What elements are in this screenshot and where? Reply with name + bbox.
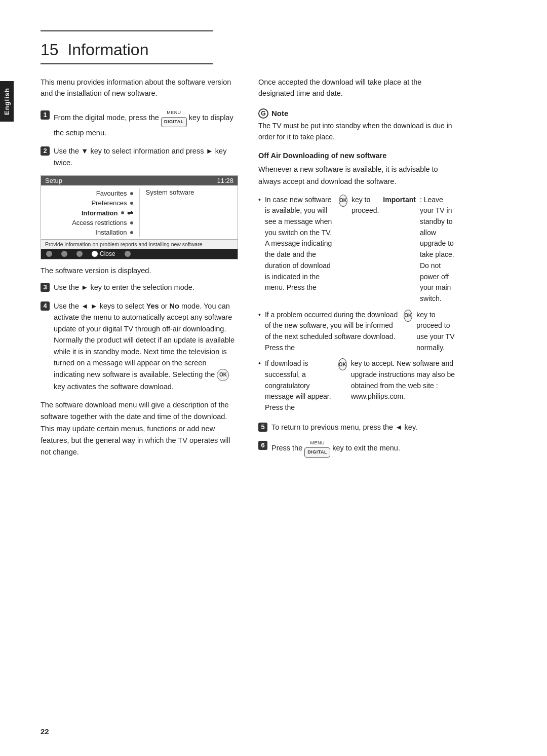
step-2-text: Use the ▼ key to select information and … — [54, 145, 238, 168]
dot-installation — [130, 231, 133, 234]
bullet-list: In case new software is available, you w… — [258, 195, 456, 413]
digital-menu-btn-6: MENU DIGITAL — [304, 440, 330, 458]
bullet-item-1: In case new software is available, you w… — [258, 195, 456, 305]
btn-circle-5 — [125, 251, 131, 257]
step-6-number: 6 — [258, 441, 267, 450]
setup-item-preferences: Preferences — [47, 198, 133, 208]
left-column: This menu provides information about the… — [41, 77, 238, 465]
ok-btn-step4: OK — [217, 369, 229, 381]
page-number: 22 — [41, 727, 49, 736]
setup-menu-right: System software — [140, 188, 238, 237]
setup-item-favourites: Favourites — [47, 188, 133, 198]
dot-information — [121, 211, 124, 214]
setup-menu-left: Favourites Preferences Information ⇌ — [41, 188, 140, 237]
setup-item-installation: Installation — [47, 228, 133, 237]
setup-menu-footer: Provide information on problem reports a… — [41, 239, 238, 249]
step-5-text: To return to previous menu, press the ◄ … — [271, 422, 456, 433]
setup-title: Setup — [45, 177, 62, 184]
setup-item-information: Information ⇌ — [47, 208, 133, 218]
language-tab: English — [0, 81, 14, 122]
setup-menu-header: Setup 11:28 — [41, 176, 238, 185]
btn-circle-3 — [76, 251, 83, 257]
setup-time: 11:28 — [217, 177, 233, 184]
step-1-text: From the digital mode, press the MENU DI… — [54, 109, 238, 138]
once-accepted-text: Once accepted the download will take pla… — [258, 77, 456, 99]
page-title: 15 Information — [41, 41, 517, 59]
information-arrow: ⇌ — [127, 209, 133, 217]
dot-favourites — [130, 192, 133, 195]
step-4: 4 Use the ◄ ► keys to select Yes or No m… — [41, 300, 238, 392]
step-3-text: Use the ► key to enter the selection mod… — [54, 282, 238, 293]
top-rule — [41, 30, 213, 31]
step-5: 5 To return to previous menu, press the … — [258, 422, 456, 433]
step-4-number: 4 — [41, 301, 50, 311]
step-2: 2 Use the ▼ key to select information an… — [41, 145, 238, 168]
ok-btn-bullet3: OK — [338, 358, 347, 370]
dot-access — [130, 221, 133, 224]
step-1: 1 From the digital mode, press the MENU … — [41, 109, 238, 138]
right-column: Once accepted the download will take pla… — [258, 77, 456, 465]
btn-circle-1 — [46, 251, 52, 257]
note-icon: G — [258, 108, 268, 119]
dot-preferences — [130, 202, 133, 205]
step-3-number: 3 — [41, 283, 50, 292]
software-displayed-text: The software version is displayed. — [41, 267, 238, 275]
step-3: 3 Use the ► key to enter the selection m… — [41, 282, 238, 293]
setup-menu-body: Favourites Preferences Information ⇌ — [41, 185, 238, 239]
note-label: Note — [271, 109, 288, 118]
step-4-text: Use the ◄ ► keys to select Yes or No mod… — [54, 300, 238, 392]
setup-item-access: Access restrictions — [47, 218, 133, 228]
btn-circle-2 — [61, 251, 67, 257]
off-air-heading: Off Air Downloading of new software — [258, 152, 456, 160]
note-box: G Note The TV must be put into standby w… — [258, 108, 456, 142]
step-2-number: 2 — [41, 146, 50, 156]
intro-text: This menu provides information about the… — [41, 77, 238, 99]
btn-close: Close — [92, 250, 115, 257]
bullet-item-2: If a problem occurred during the downloa… — [258, 310, 456, 354]
bullet-item-3: If download is successful, a congratulat… — [258, 358, 456, 413]
off-air-intro: Whenever a new software is available, it… — [258, 164, 456, 187]
ok-btn-bullet1: OK — [339, 195, 347, 207]
step-6-text: Press the MENU DIGITAL key to exit the m… — [271, 440, 456, 458]
digital-menu-btn-1: MENU DIGITAL — [161, 109, 187, 127]
title-rule — [41, 63, 213, 64]
step-5-number: 5 — [258, 423, 267, 432]
note-text: The TV must be put into standby when the… — [258, 121, 456, 142]
setup-right-content: System software — [146, 188, 194, 196]
setup-menu-box: Setup 11:28 Favourites Preferences — [41, 175, 238, 259]
setup-menu-buttons: Close — [41, 249, 238, 259]
step-6: 6 Press the MENU DIGITAL key to exit the… — [258, 440, 456, 458]
step-1-number: 1 — [41, 110, 50, 120]
step-4-para: The software download menu will give a d… — [41, 399, 238, 458]
ok-btn-bullet2: OK — [404, 310, 412, 322]
note-heading: G Note — [258, 108, 456, 119]
